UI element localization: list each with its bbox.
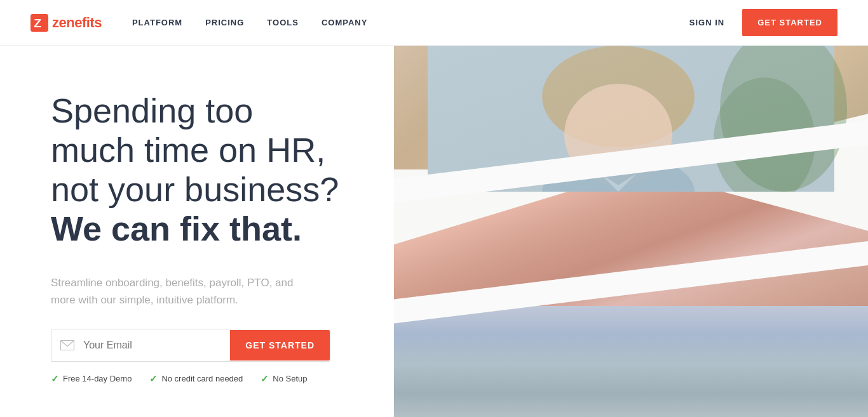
photo-panel-bot [394, 306, 868, 417]
nav-item-tools[interactable]: TOOLS [267, 18, 299, 27]
headline-bold: We can fix that. [51, 209, 302, 248]
hero-section: Spending too much time on HR, not your b… [0, 46, 868, 417]
headline-line2: much time on HR, [51, 131, 325, 169]
badge-setup-label: No Setup [273, 374, 307, 383]
envelope-icon [60, 340, 74, 350]
check-icon-setup: ✓ [261, 373, 269, 385]
navbar: Z zenefits PLATFORM PRICING TOOLS COMPAN… [0, 0, 868, 46]
nav-right: SIGN IN GET STARTED [689, 9, 837, 36]
hero-image-collage [394, 46, 868, 417]
headline-line3: not your business? [51, 170, 339, 208]
email-icon-wrap [51, 340, 83, 350]
email-form: GET STARTED [51, 329, 330, 362]
get-started-hero-button[interactable]: GET STARTED [230, 330, 330, 361]
badge-setup: ✓ No Setup [261, 373, 307, 385]
badge-credit-label: No credit card needed [161, 374, 243, 383]
check-icon-demo: ✓ [51, 373, 59, 385]
badge-credit: ✓ No credit card needed [149, 373, 243, 385]
logo-text: zenefits [52, 15, 102, 31]
nav-links: PLATFORM PRICING TOOLS COMPANY [132, 18, 689, 27]
badge-demo: ✓ Free 14-day Demo [51, 373, 132, 385]
nav-item-company[interactable]: COMPANY [322, 18, 367, 27]
hero-left: Spending too much time on HR, not your b… [0, 46, 394, 417]
sign-in-link[interactable]: SIGN IN [689, 18, 724, 27]
logo[interactable]: Z zenefits [31, 14, 102, 32]
logo-icon: Z [31, 14, 48, 32]
nav-item-platform[interactable]: PLATFORM [132, 18, 182, 27]
email-input[interactable] [83, 329, 230, 361]
svg-text:Z: Z [34, 17, 41, 30]
headline-line1: Spending too [51, 91, 253, 129]
nav-item-pricing[interactable]: PRICING [205, 18, 244, 27]
trust-badges: ✓ Free 14-day Demo ✓ No credit card need… [51, 373, 363, 385]
badge-demo-label: Free 14-day Demo [63, 374, 132, 383]
get-started-nav-button[interactable]: GET STARTED [742, 9, 837, 36]
hero-subtext: Streamline onboarding, benefits, payroll… [51, 274, 318, 308]
hero-headline: Spending too much time on HR, not your b… [51, 91, 363, 248]
check-icon-credit: ✓ [149, 373, 158, 385]
